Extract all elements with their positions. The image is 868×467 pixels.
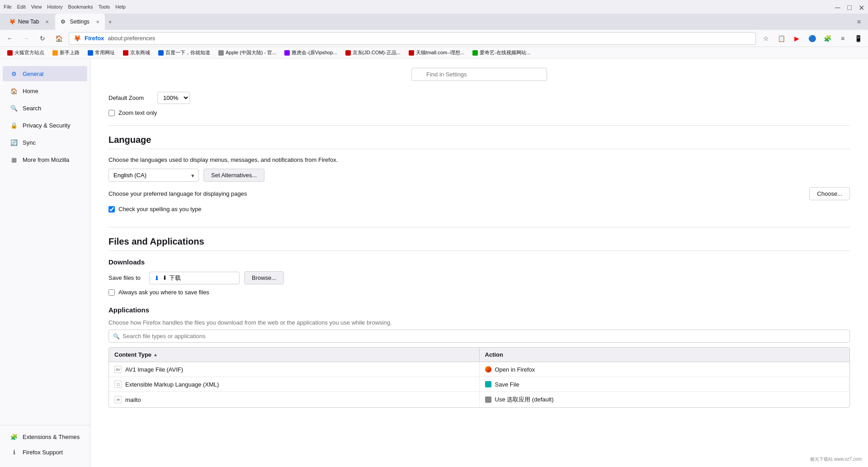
menu-bookmarks[interactable]: Bookmarks — [68, 4, 93, 9]
address-bar[interactable]: 🦊 Firefox about:preferences — [69, 32, 756, 45]
menu-tools[interactable]: Tools — [99, 4, 110, 9]
maximize-button[interactable]: □ — [846, 4, 853, 10]
firefox-account-button[interactable]: 🔵 — [806, 32, 818, 45]
bookmarks-bar: 火狐官方站点 新手上路 常用网址 京东商城 百度一下，你就知道 Apple (中… — [0, 47, 868, 59]
spelling-checkbox[interactable] — [108, 206, 115, 212]
bookmark-vip[interactable]: 雅虎会-(原Vipshop... — [281, 48, 340, 57]
menu-view[interactable]: View — [31, 4, 42, 9]
zoom-label: Default Zoom — [108, 94, 154, 101]
sidebar-label-privacy: Privacy & Security — [23, 122, 70, 129]
sidebar-item-support[interactable]: ℹ Firefox Support — [3, 444, 87, 460]
bookmark-changyong[interactable]: 常用网址 — [84, 48, 118, 57]
bookmark-jdcom[interactable]: 京东(JD.COM)-正品... — [342, 48, 404, 57]
reload-button[interactable]: ↻ — [36, 32, 49, 45]
bookmark-apple[interactable]: Apple (中国大陆) - 官... — [215, 48, 280, 57]
forward-button[interactable]: → — [20, 32, 33, 45]
spelling-check-row: Check your spelling as you type — [108, 206, 850, 212]
browse-button[interactable]: Browse... — [244, 271, 284, 284]
col-content-type-header[interactable]: Content Type ▲ — [109, 348, 480, 362]
bookmark-favicon-4 — [123, 50, 128, 56]
tab-label-settings: Settings — [70, 19, 89, 25]
privacy-icon: 🔒 — [10, 121, 18, 129]
home-button[interactable]: 🏠 — [52, 32, 65, 45]
close-button[interactable]: ✕ — [858, 4, 864, 10]
sort-arrow-icon: ▲ — [153, 352, 158, 357]
extensions-button[interactable]: 🧩 — [821, 32, 834, 45]
menu-bar[interactable]: File Edit View History Bookmarks Tools H… — [4, 4, 126, 9]
sidebar-item-search[interactable]: 🔍 Search — [3, 100, 87, 116]
firefox-action-icon — [485, 366, 491, 373]
mailto-file-icon: ✉ — [114, 396, 122, 403]
sidebar-item-privacy[interactable]: 🔒 Privacy & Security — [3, 118, 87, 133]
watermark: 极光下载站 www.xz7.com — [807, 455, 864, 463]
sidebar-item-extensions[interactable]: 🧩 Extensions & Themes — [3, 429, 87, 444]
row3-action-label: Use 选取应用 (default) — [495, 396, 554, 404]
col-action-header: Action — [480, 348, 850, 362]
language-select[interactable]: English (CA) English (US) French — [108, 169, 199, 182]
row2-action[interactable]: Save File — [480, 377, 850, 392]
downloads-subtitle: Downloads — [108, 258, 850, 266]
bookmark-star-button[interactable]: ☆ — [760, 32, 772, 45]
save-action-icon — [485, 381, 491, 387]
bookmark-label-2: 新手上路 — [60, 49, 80, 56]
bookmark-favicon-7 — [284, 50, 290, 56]
bookmark-favicon-6 — [218, 50, 224, 56]
row1-content-type: AV1 Image File (AVIF) — [125, 366, 183, 373]
table-row: ◻ Extensible Markup Language (XML) Save … — [109, 377, 849, 392]
menu-file[interactable]: File — [4, 4, 12, 9]
bookmark-xinshoushanlu[interactable]: 新手上路 — [49, 48, 83, 57]
mobile-sync-button[interactable]: 📱 — [852, 32, 864, 45]
table-row: AV AV1 Image File (AVIF) Open in Firefox — [109, 362, 849, 377]
sidebar-bottom: 🧩 Extensions & Themes ℹ Firefox Support — [0, 425, 90, 460]
sidebar-item-sync[interactable]: 🔄 Sync — [3, 135, 87, 150]
tab-settings[interactable]: ⚙ Settings ✕ — [55, 14, 104, 30]
find-in-settings-input[interactable] — [411, 68, 547, 81]
new-tab-button[interactable]: + — [106, 14, 115, 30]
minimize-button[interactable]: ─ — [835, 4, 841, 10]
choose-language-button[interactable]: Choose... — [809, 187, 850, 200]
tab-label-new: New Tab — [18, 19, 39, 25]
spelling-label: Check your spelling as you type — [118, 206, 202, 212]
set-alternatives-button[interactable]: Set Alternatives... — [203, 169, 264, 182]
back-button[interactable]: ← — [4, 32, 16, 45]
download-folder-icon: ⬇ — [154, 274, 160, 282]
support-icon: ℹ — [10, 448, 18, 456]
pocket-button[interactable]: ▶ — [790, 32, 803, 45]
bookmark-tmall[interactable]: 天猫tmall.com--理想... — [405, 48, 468, 57]
menu-help[interactable]: Help — [115, 4, 126, 9]
search-icon: 🔍 — [10, 104, 18, 112]
tab-close-settings[interactable]: ✕ — [96, 19, 99, 24]
bookmark-huhu[interactable]: 火狐官方站点 — [4, 48, 48, 57]
sidebar-item-general[interactable]: ⚙ General — [3, 66, 87, 81]
always-ask-checkbox[interactable] — [108, 289, 115, 296]
window-controls[interactable]: ─ □ ✕ — [835, 4, 864, 10]
bookmark-label-6: Apple (中国大陆) - 官... — [226, 49, 276, 56]
row3-action[interactable]: Use 选取应用 (default) — [480, 392, 850, 407]
row1-action[interactable]: Open in Firefox — [480, 363, 850, 377]
reader-view-button[interactable]: 📋 — [775, 32, 788, 45]
content-type-header-label: Content Type — [114, 351, 151, 358]
bookmark-jd[interactable]: 京东商城 — [119, 48, 154, 57]
save-files-to-row: Save files to ⬇ ⬇ 下载 Browse... — [108, 271, 850, 284]
bookmark-iqiyi[interactable]: 爱奇艺-在线视频网站... — [469, 48, 534, 57]
find-wrapper: 🔍 — [411, 68, 547, 81]
menu-history[interactable]: History — [47, 4, 62, 9]
preferred-language-label: Choose your preferred language for displ… — [108, 190, 247, 197]
menu-edit[interactable]: Edit — [17, 4, 26, 9]
language-select-row: English (CA) English (US) French Set Alt… — [108, 169, 850, 182]
bookmark-baidu[interactable]: 百度一下，你就知道 — [155, 48, 214, 57]
menu-button[interactable]: ≡ — [836, 32, 849, 45]
zoom-text-only-checkbox[interactable] — [108, 110, 115, 116]
sidebar-item-more[interactable]: ▦ More from Mozilla — [3, 152, 87, 167]
extensions-icon: 🧩 — [10, 433, 18, 441]
row2-action-label: Save File — [495, 381, 519, 388]
bookmark-favicon-10 — [472, 50, 478, 56]
tab-close-new[interactable]: ✕ — [45, 19, 49, 24]
zoom-select[interactable]: 100% 90% 110% 125% — [157, 92, 190, 104]
list-all-tabs-button[interactable]: ≡ — [857, 18, 861, 25]
app-search-input[interactable] — [108, 330, 850, 343]
tab-favicon-new: 🦊 — [9, 19, 15, 25]
save-to-label: Save files to — [108, 274, 145, 281]
sidebar-item-home[interactable]: 🏠 Home — [3, 83, 87, 99]
tab-new-tab[interactable]: 🦊 New Tab ✕ — [4, 14, 54, 30]
